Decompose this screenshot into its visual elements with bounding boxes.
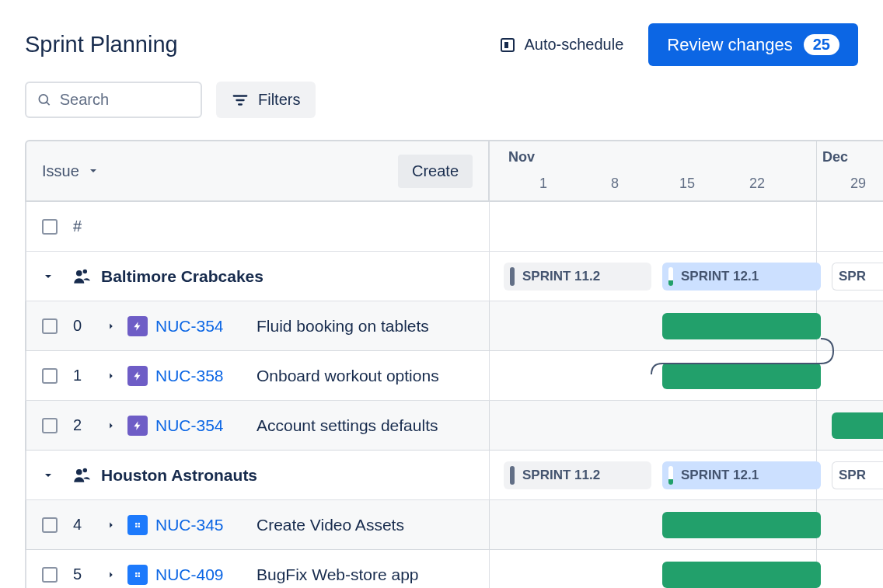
- timeline-row: [490, 500, 883, 550]
- svg-point-5: [76, 270, 82, 276]
- sprint-pill[interactable]: SPR: [832, 263, 883, 291]
- sprint-pill[interactable]: SPRINT 12.1: [662, 461, 821, 489]
- expand-icon[interactable]: [106, 371, 117, 381]
- issue-key[interactable]: NUC-354: [155, 317, 241, 336]
- issue-key[interactable]: NUC-358: [155, 367, 241, 385]
- timeline-row: SPRINT 11.2 SPRINT 12.1 SPR: [490, 451, 883, 500]
- sprint-pill[interactable]: SPR: [832, 461, 883, 489]
- row-number: 2: [73, 416, 95, 434]
- row-number: 4: [73, 516, 95, 534]
- month-label: Dec: [822, 149, 848, 165]
- story-icon: [127, 515, 148, 535]
- row-checkbox[interactable]: [42, 517, 58, 533]
- row-checkbox[interactable]: [42, 418, 58, 433]
- row-checkbox[interactable]: [42, 368, 58, 384]
- team-icon: [72, 465, 92, 485]
- issue-summary: Onboard workout options: [257, 367, 439, 385]
- issue-key[interactable]: NUC-345: [155, 516, 241, 534]
- panel-icon: [501, 38, 515, 52]
- row-number: 1: [73, 367, 95, 384]
- issue-summary: Fluid booking on tablets: [257, 317, 429, 336]
- issue-summary: Account settings defaults: [257, 416, 438, 435]
- timeline-row: [490, 401, 883, 451]
- search-icon: [37, 92, 52, 109]
- day-label: 1: [539, 176, 547, 192]
- svg-point-8: [83, 468, 87, 471]
- page-title: Sprint Planning: [25, 32, 178, 57]
- search-input-wrap[interactable]: [25, 82, 202, 118]
- review-changes-count: 25: [804, 34, 839, 55]
- expand-icon[interactable]: [106, 321, 117, 332]
- auto-schedule-label: Auto-schedule: [524, 36, 623, 54]
- svg-point-0: [39, 94, 47, 103]
- chevron-down-icon: [42, 469, 54, 482]
- team-icon: [72, 266, 92, 287]
- svg-line-1: [47, 102, 50, 105]
- filters-label: Filters: [258, 91, 300, 109]
- review-changes-label: Review changes: [667, 35, 792, 55]
- group-row[interactable]: Houston Astronauts: [25, 451, 490, 500]
- issue-column-header: Issue Create: [25, 140, 490, 202]
- expand-icon[interactable]: [106, 420, 117, 431]
- review-changes-button[interactable]: Review changes 25: [648, 23, 858, 66]
- filters-button[interactable]: Filters: [216, 82, 316, 118]
- create-button[interactable]: Create: [398, 155, 473, 188]
- issue-row[interactable]: 0 NUC-354 Fluid booking on tablets: [25, 301, 490, 351]
- filter-icon: [232, 92, 249, 109]
- sprint-pill[interactable]: SPRINT 12.1: [662, 263, 821, 291]
- svg-point-7: [76, 468, 82, 475]
- expand-icon[interactable]: [106, 520, 117, 531]
- hash-label: #: [73, 217, 82, 235]
- row-number: 5: [73, 565, 95, 583]
- svg-point-6: [83, 269, 87, 273]
- issue-row[interactable]: 5 NUC-409 BugFix Web-store app: [25, 550, 490, 588]
- task-bar[interactable]: [662, 512, 821, 538]
- group-name: Baltimore Crabcakes: [101, 267, 264, 286]
- group-name: Houston Astronauts: [101, 466, 257, 485]
- day-label: 29: [850, 176, 866, 192]
- issue-row[interactable]: 1 NUC-358 Onboard workout options: [25, 351, 490, 401]
- group-row[interactable]: Baltimore Crabcakes: [25, 252, 490, 301]
- epic-icon: [127, 366, 148, 386]
- expand-icon[interactable]: [106, 569, 117, 580]
- timeline-row: [490, 202, 883, 252]
- day-label: 15: [679, 176, 695, 192]
- timeline-row: [490, 550, 883, 588]
- day-label: 8: [611, 176, 619, 192]
- row-checkbox[interactable]: [42, 318, 58, 334]
- hash-row: #: [25, 202, 490, 252]
- issue-key[interactable]: NUC-409: [155, 565, 241, 584]
- epic-icon: [127, 416, 148, 436]
- issue-dropdown[interactable]: Issue: [42, 162, 99, 180]
- sprint-pill[interactable]: SPRINT 11.2: [504, 263, 651, 291]
- task-bar[interactable]: [832, 412, 883, 439]
- issue-summary: Create Video Assets: [257, 516, 404, 534]
- timeline-header: Nov Dec 1 8 15 22 29: [490, 140, 883, 202]
- chevron-down-icon: [87, 165, 99, 177]
- auto-schedule-toggle[interactable]: Auto-schedule: [501, 36, 623, 54]
- epic-icon: [127, 316, 148, 336]
- issue-key[interactable]: NUC-354: [155, 416, 241, 435]
- task-bar[interactable]: [662, 562, 821, 588]
- select-all-checkbox[interactable]: [42, 219, 58, 235]
- issue-summary: BugFix Web-store app: [257, 565, 419, 584]
- row-checkbox[interactable]: [42, 567, 58, 583]
- story-icon: [127, 565, 148, 585]
- sprint-pill[interactable]: SPRINT 11.2: [504, 461, 651, 489]
- search-input[interactable]: [60, 91, 190, 109]
- chevron-down-icon: [42, 270, 54, 283]
- issue-row[interactable]: 4 NUC-345 Create Video Assets: [25, 500, 490, 550]
- timeline-row: SPRINT 11.2 SPRINT 12.1 SPR: [490, 252, 883, 301]
- day-label: 22: [749, 176, 765, 192]
- issue-row[interactable]: 2 NUC-354 Account settings defaults: [25, 401, 490, 451]
- timeline-row: [490, 351, 883, 401]
- month-label: Nov: [508, 149, 535, 165]
- row-number: 0: [73, 317, 95, 335]
- dependency-line: [651, 328, 838, 378]
